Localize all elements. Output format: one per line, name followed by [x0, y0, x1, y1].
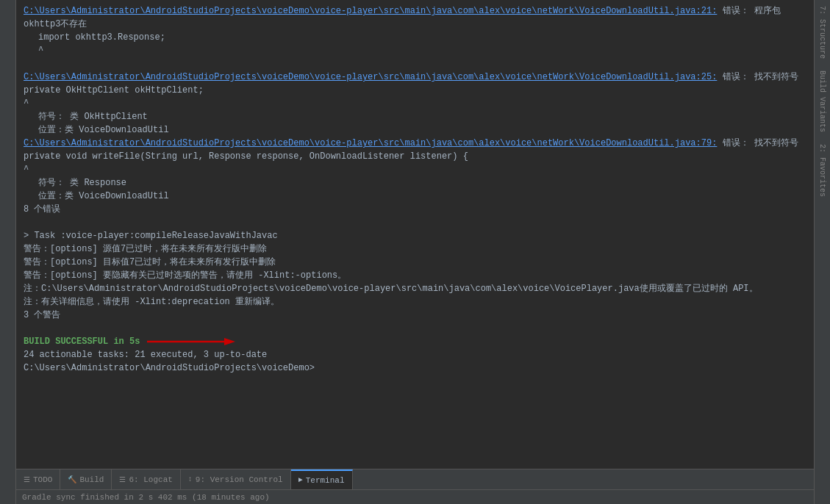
terminal-line: C:\Users\Administrator\AndroidStudioProj… — [24, 361, 806, 375]
terminal-line: ^ — [24, 163, 806, 176]
terminal-output[interactable]: C:\Users\Administrator\AndroidStudioProj… — [16, 0, 814, 469]
bottom-tab-logcat[interactable]: ☰6: Logcat — [112, 469, 180, 489]
status-text: Gradle sync finished in 2 s 402 ms (18 m… — [22, 493, 270, 502]
terminal-line: private OkHttpClient okHttpClient; — [24, 84, 806, 97]
terminal-line — [24, 216, 806, 229]
todo-tab-label: TODO — [33, 475, 52, 484]
right-panel: 7: StructureBuild Variants2: Favorites — [814, 0, 830, 504]
terminal-line: 24 actionable tasks: 21 executed, 3 up-t… — [24, 348, 806, 361]
error-message: 错误： 找不到符号 — [717, 138, 798, 148]
terminal-line: ^ — [24, 44, 806, 57]
terminal-tab-label: Terminal — [306, 476, 345, 485]
content-area: C:\Users\Administrator\AndroidStudioProj… — [16, 0, 814, 504]
terminal-line: 符号： 类 OkHttpClient — [24, 110, 806, 123]
todo-tab-icon: ☰ — [24, 475, 30, 484]
terminal-line: C:\Users\Administrator\AndroidStudioProj… — [24, 4, 806, 31]
terminal-line: 注：有关详细信息，请使用 -Xlint:deprecation 重新编译。 — [24, 295, 806, 309]
terminal-line: 位置：类 VoiceDownloadUtil — [24, 190, 806, 203]
terminal-line: > Task :voice-player:compileReleaseJavaW… — [24, 229, 806, 242]
terminal-line: private void writeFile(String url, Respo… — [24, 150, 806, 163]
version_control-tab-icon: ↕ — [188, 475, 193, 483]
logcat-tab-label: 6: Logcat — [129, 475, 172, 484]
terminal-line — [24, 322, 806, 335]
error-message: 错误： 找不到符号 — [717, 72, 798, 82]
terminal-line: 3 个警告 — [24, 309, 806, 322]
terminal-line: 位置：类 VoiceDownloadUtil — [24, 123, 806, 137]
terminal-line: 警告：[options] 源值7已过时，将在未来所有发行版中删除 — [24, 242, 806, 256]
build-tab-icon: 🔨 — [68, 475, 76, 484]
terminal-line: 警告：[options] 要隐藏有关已过时选项的警告，请使用 -Xlint:-o… — [24, 269, 806, 282]
terminal-line: 8 个错误 — [24, 203, 806, 216]
terminal-line: 注：C:\Users\Administrator\AndroidStudioPr… — [24, 282, 806, 295]
red-arrow-icon — [147, 335, 235, 348]
terminal-line: ^ — [24, 97, 806, 110]
bottom-tab-version_control[interactable]: ↕9: Version Control — [181, 469, 291, 489]
terminal-line: 警告：[options] 目标值7已过时，将在未来所有发行版中删除 — [24, 256, 806, 269]
left-panel — [0, 0, 16, 504]
error-link[interactable]: C:\Users\Administrator\AndroidStudioProj… — [24, 72, 717, 82]
status-bar: Gradle sync finished in 2 s 402 ms (18 m… — [16, 489, 814, 504]
terminal-line: import okhttp3.Response; — [24, 31, 806, 44]
right-panel-label[interactable]: 2: Favorites — [816, 138, 829, 203]
terminal-line: C:\Users\Administrator\AndroidStudioProj… — [24, 137, 806, 150]
terminal-line: BUILD SUCCESSFUL in 5s — [24, 335, 806, 348]
bottom-tab-todo[interactable]: ☰TODO — [16, 469, 60, 489]
terminal-line — [24, 57, 806, 71]
bottom-tab-build[interactable]: 🔨Build — [60, 469, 112, 489]
terminal-line: C:\Users\Administrator\AndroidStudioProj… — [24, 71, 806, 84]
build-success-text: BUILD SUCCESSFUL in 5s — [24, 336, 140, 347]
error-link[interactable]: C:\Users\Administrator\AndroidStudioProj… — [24, 6, 717, 16]
bottom-tabs-bar: ☰TODO🔨Build☰6: Logcat↕9: Version Control… — [16, 469, 814, 489]
right-panel-label[interactable]: Build Variants — [816, 65, 829, 138]
terminal-line: 符号： 类 Response — [24, 176, 806, 190]
right-panel-label[interactable]: 7: Structure — [816, 0, 829, 65]
terminal-tab-icon: ► — [298, 476, 303, 484]
error-link[interactable]: C:\Users\Administrator\AndroidStudioProj… — [24, 138, 717, 148]
version_control-tab-label: 9: Version Control — [196, 475, 283, 484]
logcat-tab-icon: ☰ — [119, 475, 126, 484]
svg-marker-1 — [224, 338, 235, 345]
build-tab-label: Build — [79, 475, 104, 484]
bottom-tab-terminal[interactable]: ►Terminal — [291, 469, 353, 489]
